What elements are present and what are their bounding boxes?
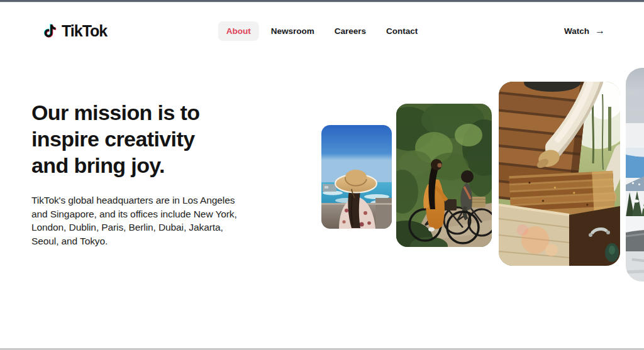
hero-section: Our mission is to inspire creativity and…	[31, 99, 296, 248]
carousel-card-bicycles[interactable]	[396, 104, 492, 247]
carousel-card-beach[interactable]	[321, 125, 392, 229]
nav-link-about[interactable]: About	[218, 21, 259, 41]
mission-heading: Our mission is to inspire creativity and…	[31, 99, 296, 178]
nav-link-contact[interactable]: Contact	[378, 21, 426, 41]
nav-link-newsroom[interactable]: Newsroom	[263, 21, 323, 41]
site-header: TikTok About Newsroom Careers Contact Wa…	[0, 3, 644, 58]
tiktok-logo[interactable]: TikTok	[42, 21, 107, 40]
nav-link-careers[interactable]: Careers	[326, 21, 374, 41]
beach-photo	[321, 125, 392, 229]
window-top-edge	[0, 0, 644, 3]
bicycles-photo	[396, 104, 492, 247]
watch-label: Watch	[564, 26, 589, 36]
headquarters-description: TikTok's global headquarters are in Los …	[31, 194, 296, 248]
watch-link[interactable]: Watch →	[564, 26, 605, 36]
snow-photo	[626, 68, 644, 282]
arrow-right-icon: →	[595, 26, 605, 36]
tiktok-wordmark: TikTok	[62, 22, 107, 40]
carousel-card-beehive[interactable]	[499, 82, 620, 266]
primary-nav: About Newsroom Careers Contact	[218, 3, 426, 58]
beehive-photo	[499, 82, 620, 266]
tiktok-note-icon	[42, 21, 58, 40]
carousel-card-snow[interactable]	[626, 68, 644, 282]
